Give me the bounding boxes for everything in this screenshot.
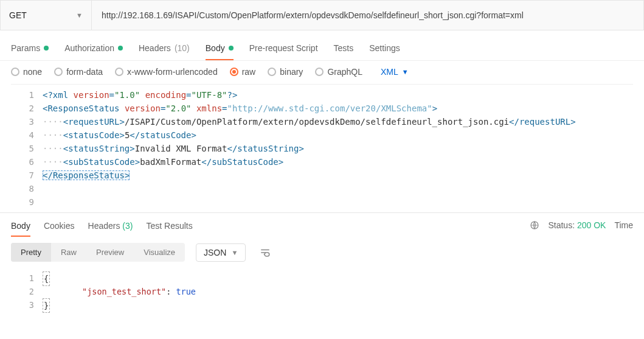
line-gutter: 1 2 3 4 5 6 7 8 9 bbox=[11, 88, 43, 209]
chevron-down-icon: ▼ bbox=[231, 249, 238, 256]
response-body-editor[interactable]: 1 2 3 { "json_test_short": true } bbox=[11, 268, 633, 312]
request-url-bar: GET ▼ http://192.168.1.69/ISAPI/Custom/O… bbox=[0, 0, 644, 30]
line-gutter: 1 2 3 bbox=[11, 271, 43, 312]
response-view-segmented: Pretty Raw Preview Visualize bbox=[11, 243, 185, 262]
tab-params[interactable]: Params bbox=[11, 43, 49, 60]
raw-format-select[interactable]: XML ▼ bbox=[381, 67, 409, 77]
view-preview[interactable]: Preview bbox=[86, 243, 134, 262]
request-tabs: Params Authorization Headers (10) Body P… bbox=[0, 35, 644, 61]
wrap-lines-button[interactable] bbox=[254, 243, 276, 262]
chevron-down-icon: ▼ bbox=[76, 12, 83, 19]
tab-tests[interactable]: Tests bbox=[334, 43, 354, 60]
dot-icon bbox=[118, 46, 123, 51]
dot-icon bbox=[44, 46, 49, 51]
response-time-label: Time bbox=[614, 220, 633, 230]
response-format-select[interactable]: JSON ▼ bbox=[196, 243, 246, 262]
dot-icon bbox=[229, 46, 234, 51]
radio-icon bbox=[115, 68, 123, 76]
view-pretty[interactable]: Pretty bbox=[11, 243, 51, 262]
code-area[interactable]: { "json_test_short": true } bbox=[43, 271, 633, 312]
tab-authorization[interactable]: Authorization bbox=[64, 43, 123, 60]
body-type-form-data[interactable]: form-data bbox=[54, 67, 103, 77]
response-tabs: Body Cookies Headers (3) Test Results bbox=[11, 213, 193, 237]
response-tab-testresults[interactable]: Test Results bbox=[146, 221, 192, 237]
body-type-row: none form-data x-www-form-urlencoded raw… bbox=[0, 61, 644, 82]
tab-headers[interactable]: Headers (10) bbox=[139, 43, 190, 60]
http-method-select[interactable]: GET ▼ bbox=[1, 1, 92, 30]
url-text: http://192.168.1.69/ISAPI/Custom/OpenPla… bbox=[102, 10, 524, 20]
url-input[interactable]: http://192.168.1.69/ISAPI/Custom/OpenPla… bbox=[92, 1, 643, 30]
response-tab-body[interactable]: Body bbox=[11, 221, 30, 237]
chevron-down-icon: ▼ bbox=[402, 68, 409, 75]
view-raw[interactable]: Raw bbox=[51, 243, 86, 262]
request-body-editor[interactable]: 1 2 3 4 5 6 7 8 9 <?xml version="1.0" en… bbox=[11, 84, 633, 209]
radio-icon bbox=[315, 68, 324, 76]
tab-body[interactable]: Body bbox=[206, 43, 234, 60]
view-visualize[interactable]: Visualize bbox=[134, 243, 185, 262]
globe-icon[interactable] bbox=[530, 220, 539, 230]
response-toolbar: Pretty Raw Preview Visualize JSON ▼ bbox=[0, 237, 644, 265]
tab-prerequest[interactable]: Pre-request Script bbox=[249, 43, 318, 60]
body-type-binary[interactable]: binary bbox=[268, 67, 303, 77]
body-type-graphql[interactable]: GraphQL bbox=[315, 67, 362, 77]
http-method-label: GET bbox=[9, 10, 27, 20]
response-tab-headers[interactable]: Headers (3) bbox=[88, 221, 133, 237]
code-area[interactable]: <?xml version="1.0" encoding="UTF-8"?> <… bbox=[43, 88, 633, 209]
response-status: Status: 200 OK bbox=[548, 220, 606, 230]
body-type-xwww[interactable]: x-www-form-urlencoded bbox=[115, 67, 218, 77]
tab-settings[interactable]: Settings bbox=[369, 43, 400, 60]
radio-icon bbox=[11, 68, 19, 76]
radio-icon bbox=[268, 68, 276, 76]
response-header: Body Cookies Headers (3) Test Results St… bbox=[0, 212, 644, 237]
radio-icon bbox=[54, 68, 63, 76]
body-type-none[interactable]: none bbox=[11, 67, 42, 77]
body-type-raw[interactable]: raw bbox=[230, 67, 256, 77]
response-tab-cookies[interactable]: Cookies bbox=[44, 221, 75, 237]
radio-icon bbox=[230, 68, 238, 76]
